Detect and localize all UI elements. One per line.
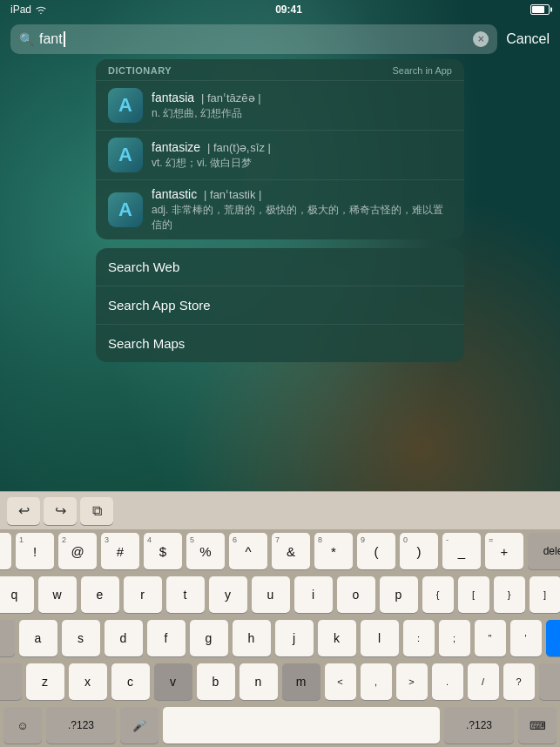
search-cursor	[64, 31, 65, 47]
key-u[interactable]: u	[252, 576, 290, 613]
key-comma[interactable]: ,	[361, 663, 392, 700]
search-app-store-option[interactable]: Search App Store	[96, 286, 464, 324]
search-input-wrapper[interactable]: 🔍 fant ×	[10, 24, 497, 54]
key-w[interactable]: w	[38, 576, 77, 613]
key-rbrack[interactable]: ]	[530, 576, 561, 613]
key-l[interactable]: l	[361, 620, 399, 656]
dict-avatar-0: A	[108, 88, 143, 123]
keyboard-toolbar: ↩ ↪ ⧉	[0, 491, 560, 529]
shift-left-key[interactable]: shift	[0, 663, 22, 700]
key-question[interactable]: ?	[503, 663, 535, 700]
key-lbrack[interactable]: [	[458, 576, 489, 613]
dict-avatar-1: A	[108, 138, 143, 172]
dict-word-1: fantasize | fan(t)əˌsīz |	[152, 140, 452, 154]
keyboard: ↩ ↪ ⧉ `~ 1! 2@ 3# 4$ 5% 6^ 7& 8* 9( 0) -…	[0, 491, 560, 747]
emoji-key[interactable]: ☺	[3, 707, 42, 744]
dictionary-header: DICTIONARY Search in App	[96, 59, 464, 80]
key-colon[interactable]: :	[403, 620, 435, 656]
key-z[interactable]: z	[26, 663, 64, 700]
delete-key[interactable]: delete	[528, 533, 560, 569]
search-input[interactable]: fant	[39, 31, 468, 48]
key-slash[interactable]: /	[468, 663, 499, 700]
key-semicolon[interactable]: ;	[439, 620, 470, 656]
zxcv-row: shift z x c v b n m < , > . / ? shift	[3, 663, 557, 700]
key-dquote[interactable]: "	[475, 620, 506, 656]
shift-right-key[interactable]: shift	[539, 663, 561, 700]
qwerty-row: tab q w e r t y u i o p { [ } ] \ |	[3, 576, 557, 613]
key-exclaim[interactable]: 1!	[16, 533, 54, 569]
key-c[interactable]: c	[111, 663, 150, 700]
dict-def-0: n. 幻想曲, 幻想作品	[152, 106, 452, 121]
key-g[interactable]: g	[190, 620, 228, 656]
clear-button[interactable]: ×	[473, 31, 489, 47]
key-o[interactable]: o	[337, 576, 375, 613]
dictionary-label: DICTIONARY	[108, 65, 172, 76]
search-maps-option[interactable]: Search Maps	[96, 324, 464, 362]
caps-lock-key[interactable]: caps lock	[0, 620, 15, 656]
search-options: Search Web Search App Store Search Maps	[96, 248, 464, 362]
clipboard-button[interactable]: ⧉	[80, 497, 113, 525]
key-underscore[interactable]: -_	[442, 533, 481, 569]
key-a[interactable]: a	[19, 620, 57, 656]
dict-content-0: fantasia | fanˈtāzēə | n. 幻想曲, 幻想作品	[152, 91, 452, 121]
key-rparen[interactable]: 0)	[400, 533, 438, 569]
key-at[interactable]: 2@	[58, 533, 97, 569]
search-key[interactable]: Search	[546, 620, 561, 656]
key-m[interactable]: m	[282, 663, 320, 700]
search-in-app-button[interactable]: Search in App	[393, 65, 453, 76]
key-ampersand[interactable]: 7&	[272, 533, 310, 569]
asdf-row: caps lock a s d f g h j k l : ; " ' Sear…	[3, 620, 557, 656]
key-d[interactable]: d	[105, 620, 143, 656]
key-tilde[interactable]: `~	[0, 533, 11, 569]
key-plus[interactable]: =+	[485, 533, 523, 569]
ipad-label: iPad	[10, 3, 31, 16]
key-lcurl[interactable]: {	[422, 576, 454, 613]
key-t[interactable]: t	[166, 576, 205, 613]
key-rcurl[interactable]: }	[494, 576, 525, 613]
dict-def-1: vt. 幻想；vi. 做白日梦	[152, 156, 452, 171]
key-p[interactable]: p	[380, 576, 418, 613]
redo-button[interactable]: ↪	[44, 497, 77, 525]
key-lt[interactable]: <	[325, 663, 356, 700]
key-v[interactable]: v	[154, 663, 192, 700]
dict-word-0: fantasia | fanˈtāzēə |	[152, 91, 452, 104]
dict-word-2: fantastic | fanˈtastik |	[152, 187, 452, 201]
undo-button[interactable]: ↩	[7, 497, 40, 525]
key-e[interactable]: e	[81, 576, 119, 613]
key-f[interactable]: f	[147, 620, 186, 656]
mic-key[interactable]: 🎤	[120, 707, 159, 744]
key-b[interactable]: b	[197, 663, 235, 700]
sym2-key[interactable]: .?123	[444, 707, 514, 744]
key-h[interactable]: h	[233, 620, 271, 656]
dict-item-0[interactable]: A fantasia | fanˈtāzēə | n. 幻想曲, 幻想作品	[96, 80, 464, 130]
key-x[interactable]: x	[69, 663, 107, 700]
key-i[interactable]: i	[294, 576, 333, 613]
key-hash[interactable]: 3#	[101, 533, 139, 569]
number-row: `~ 1! 2@ 3# 4$ 5% 6^ 7& 8* 9( 0) -_ =+ d…	[3, 533, 557, 569]
status-left: iPad	[10, 3, 47, 16]
key-caret[interactable]: 6^	[229, 533, 267, 569]
key-y[interactable]: y	[209, 576, 247, 613]
space-key[interactable]	[163, 707, 440, 744]
key-percent[interactable]: 5%	[186, 533, 225, 569]
key-j[interactable]: j	[275, 620, 314, 656]
key-s[interactable]: s	[62, 620, 100, 656]
key-lparen[interactable]: 9(	[357, 533, 395, 569]
search-web-option[interactable]: Search Web	[96, 248, 464, 286]
sym1-key[interactable]: .?123	[46, 707, 116, 744]
key-k[interactable]: k	[318, 620, 356, 656]
key-period[interactable]: .	[432, 663, 463, 700]
dictionary-section: DICTIONARY Search in App A fantasia | fa…	[96, 59, 464, 239]
key-gt[interactable]: >	[396, 663, 428, 700]
key-n[interactable]: n	[240, 663, 278, 700]
dict-item-2[interactable]: A fantastic | fanˈtastik | adj. 非常棒的，荒唐的…	[96, 179, 464, 239]
status-right	[530, 4, 550, 15]
keyboard-key[interactable]: ⌨	[518, 707, 557, 744]
key-squote[interactable]: '	[510, 620, 542, 656]
key-q[interactable]: q	[0, 576, 34, 613]
dict-item-1[interactable]: A fantasize | fan(t)əˌsīz | vt. 幻想；vi. 做…	[96, 130, 464, 179]
key-asterisk[interactable]: 8*	[314, 533, 353, 569]
key-r[interactable]: r	[124, 576, 162, 613]
cancel-button[interactable]: Cancel	[497, 31, 550, 47]
key-dollar[interactable]: 4$	[144, 533, 182, 569]
